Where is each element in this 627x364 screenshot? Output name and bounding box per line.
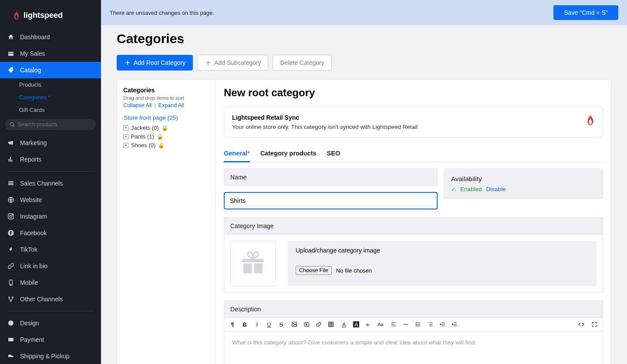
lightspeed-flame-icon: [586, 114, 595, 125]
svg-text:1: 1: [428, 322, 429, 324]
tree-item[interactable]: +Pants (1)🔒: [123, 133, 209, 140]
wallet-icon: [7, 336, 15, 344]
video-icon[interactable]: [303, 321, 310, 327]
ol-icon[interactable]: 1: [427, 321, 433, 327]
sales-icon: [7, 50, 15, 57]
detail-title: New root category: [224, 87, 603, 99]
italic-icon[interactable]: I: [254, 321, 260, 327]
category-layout: Categories Drag and drop items to sort C…: [117, 79, 611, 364]
image-icon[interactable]: [291, 321, 297, 327]
nav-linkinbio[interactable]: Link in bio: [0, 258, 101, 274]
search-input[interactable]: [18, 121, 91, 128]
nav-facebook[interactable]: Facebook: [0, 225, 101, 241]
svg-point-8: [9, 297, 10, 298]
fullscreen-icon[interactable]: [591, 321, 597, 327]
tree-item[interactable]: +Jackets (0)🔒: [123, 125, 209, 131]
tiktok-icon: [7, 246, 15, 253]
save-button[interactable]: Save "Cmd + S": [553, 5, 618, 20]
subnav-categories[interactable]: Categories *: [0, 91, 101, 104]
nav-payment[interactable]: Payment: [0, 331, 101, 348]
chart-icon: [7, 155, 15, 163]
nav-dashboard[interactable]: Dashboard: [0, 29, 101, 45]
highlight-icon[interactable]: A: [353, 321, 359, 327]
svg-point-0: [10, 122, 14, 126]
tab-general[interactable]: General*: [224, 150, 250, 162]
strike-icon[interactable]: S: [278, 321, 284, 327]
fontcase-icon[interactable]: Aa: [378, 321, 384, 327]
lock-icon: 🔒: [162, 125, 168, 131]
nav-instagram[interactable]: Instagram: [0, 208, 101, 225]
category-image-thumb[interactable]: [230, 241, 276, 286]
sidebar: lightspeed Dashboard My Sales Catalog Pr…: [0, 0, 101, 364]
availability-card: Availability ✓ Enabled Disable: [444, 169, 603, 199]
expand-all-link[interactable]: Expand All: [158, 102, 184, 108]
nav-website[interactable]: Website: [0, 192, 101, 208]
bold-icon[interactable]: B: [242, 321, 248, 327]
choose-file-button[interactable]: Choose File: [296, 266, 332, 275]
tree-item[interactable]: +Shoes (0)🔒: [123, 142, 209, 148]
code-icon[interactable]: [578, 321, 584, 327]
nav-marketing[interactable]: Marketing: [0, 135, 101, 151]
sync-subtitle: Your online store only. This category is…: [232, 124, 418, 130]
mobile-icon: [7, 279, 15, 286]
unsaved-text: There are unsaved changes on this page.: [110, 10, 214, 16]
expand-icon[interactable]: +: [123, 134, 128, 139]
svg-point-9: [12, 297, 13, 298]
underline-icon[interactable]: U: [266, 321, 272, 327]
nav-reports[interactable]: Reports: [0, 151, 101, 168]
svg-point-10: [10, 300, 12, 302]
plus-icon: [124, 59, 131, 66]
ul-icon[interactable]: [415, 321, 421, 327]
align-icon[interactable]: [391, 321, 397, 327]
tree-root[interactable]: Store front page (25): [124, 115, 209, 121]
branch-icon: [7, 295, 15, 303]
subnav-giftcards[interactable]: Gift Cards: [0, 104, 101, 116]
nav-other[interactable]: Other Channels: [0, 291, 101, 307]
detail-tabs: General* Category products SEO: [224, 150, 603, 162]
category-name-input[interactable]: [224, 192, 438, 209]
search-products[interactable]: [5, 119, 96, 130]
category-detail-panel: New root category Lightspeed Retail Sync…: [216, 79, 611, 364]
action-buttons: Add Root Category Add Subcategory Delete…: [117, 55, 611, 71]
nav-tiktok[interactable]: TikTok: [0, 241, 101, 258]
add-root-category-button[interactable]: Add Root Category: [117, 55, 193, 71]
tab-products[interactable]: Category products: [260, 150, 317, 162]
indent-icon[interactable]: [452, 321, 458, 327]
paragraph-icon[interactable]: ¶: [229, 321, 236, 327]
subnav-products[interactable]: Products: [0, 78, 101, 91]
editor-toolbar: ¶ B I U S A: [224, 318, 603, 331]
collapse-all-link[interactable]: Collapse All: [123, 102, 152, 108]
expand-icon[interactable]: +: [123, 125, 128, 131]
category-tree-panel: Categories Drag and drop items to sort C…: [117, 79, 216, 364]
link-icon[interactable]: [316, 321, 322, 327]
table-icon[interactable]: [328, 321, 334, 327]
expand-icon[interactable]: +: [123, 143, 128, 148]
facebook-icon: [7, 229, 15, 237]
nav-catalog[interactable]: Catalog: [0, 62, 101, 78]
fontsize-icon[interactable]: a↑: [365, 321, 371, 327]
nav-mobile[interactable]: Mobile: [0, 274, 101, 291]
delete-category-button[interactable]: Delete Category: [273, 55, 331, 71]
svg-point-4: [12, 215, 13, 215]
divider: [7, 171, 94, 172]
tree-controls: Collapse All|Expand All: [123, 102, 209, 108]
nav-shipping[interactable]: Shipping & Pickup: [0, 348, 101, 364]
tab-seo[interactable]: SEO: [327, 150, 340, 162]
svg-rect-16: [243, 263, 252, 273]
outdent-icon[interactable]: [439, 321, 445, 327]
lock-icon: 🔒: [158, 142, 165, 148]
brand-name: lightspeed: [24, 11, 63, 20]
disable-link[interactable]: Disable: [486, 186, 506, 192]
add-subcategory-button[interactable]: Add Subcategory: [197, 55, 268, 71]
tag-icon: [7, 66, 15, 74]
hr-icon[interactable]: [403, 321, 409, 327]
tree-hint: Drag and drop items to sort: [123, 95, 209, 101]
nav-mysales[interactable]: My Sales: [0, 45, 101, 62]
nav-saleschannels[interactable]: Sales Channels: [0, 175, 101, 192]
megaphone-icon: [7, 139, 15, 147]
nav-design[interactable]: Design: [0, 315, 101, 331]
description-editor[interactable]: What is this category about? Give custom…: [224, 331, 603, 364]
textcolor-icon[interactable]: A: [341, 321, 347, 327]
content: Categories Add Root Category Add Subcate…: [101, 25, 627, 364]
globe-icon: [7, 196, 15, 204]
